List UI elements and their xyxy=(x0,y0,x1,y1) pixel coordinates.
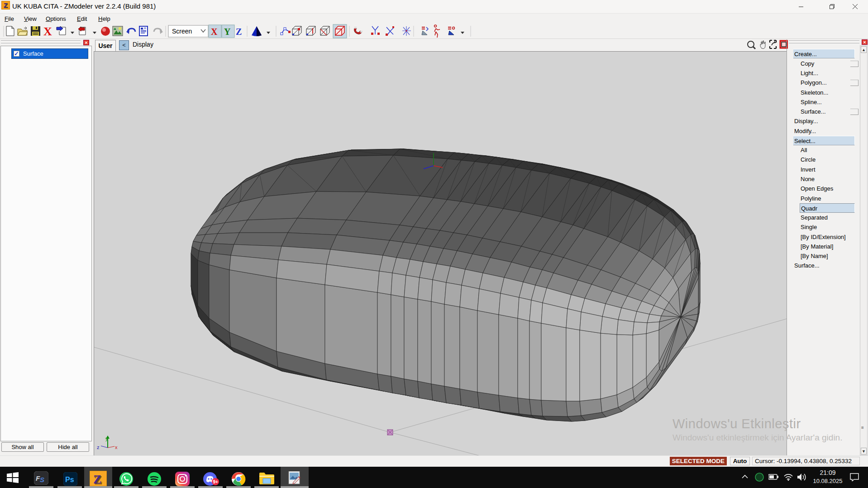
svg-text:9+: 9+ xyxy=(213,479,219,484)
svg-text:Ps: Ps xyxy=(65,476,74,483)
svg-text:z: z xyxy=(97,445,100,450)
svg-text:y: y xyxy=(105,436,108,441)
svg-text:X: X xyxy=(211,27,218,37)
svg-text:Y: Y xyxy=(224,27,231,37)
svg-text:Screen: Screen xyxy=(172,28,192,35)
svg-text:Z: Z xyxy=(93,472,102,486)
svg-text:X: X xyxy=(43,25,52,38)
svg-text:Z: Z xyxy=(236,27,242,37)
svg-text:S: S xyxy=(40,476,44,483)
svg-text:x: x xyxy=(115,445,118,450)
